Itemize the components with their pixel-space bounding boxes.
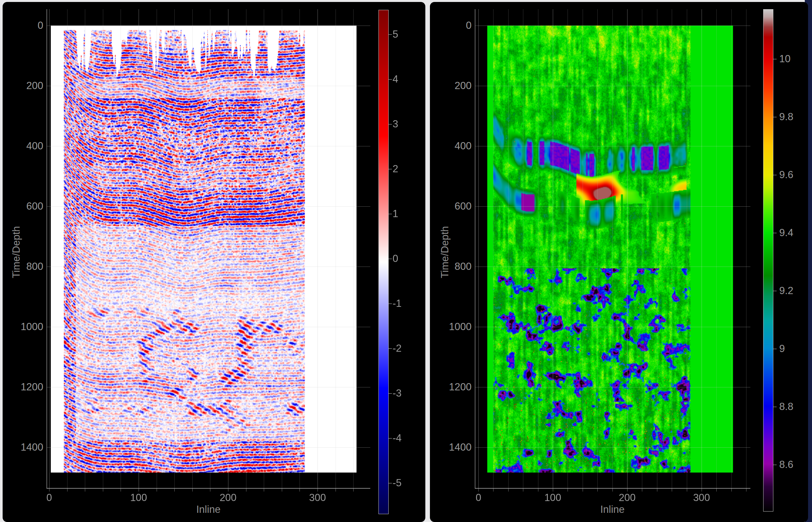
x-tick-label: 0 xyxy=(476,492,481,504)
y-tick-label: 400 xyxy=(26,140,43,152)
seismic-colorbar xyxy=(379,10,393,514)
colorbar-tick-label: 9.4 xyxy=(779,227,793,239)
seismic-amplitude-panel: 0100200300020040060080010001200140054321… xyxy=(3,2,425,522)
x-tick-label: 300 xyxy=(693,492,710,504)
y-tick-label: 200 xyxy=(26,80,43,92)
colorbar-tick-label: 9.8 xyxy=(779,111,793,123)
x-tick-label: 100 xyxy=(130,492,147,504)
x-tick-label: 300 xyxy=(309,492,326,504)
impedance-plot-canvas[interactable] xyxy=(475,9,750,493)
colorbar-tick-label: 4 xyxy=(392,73,398,85)
colorbar-tick-label: 9.2 xyxy=(779,285,793,297)
y-tick-label: 1200 xyxy=(449,381,471,393)
x-tick-label: 0 xyxy=(46,492,52,504)
colorbar-tick-label: -3 xyxy=(392,387,402,399)
x-axis-title: Inline xyxy=(600,504,624,516)
colorbar-tick-label: 0 xyxy=(392,253,398,265)
colorbar-tick-label: -1 xyxy=(392,298,402,309)
y-axis-title: Time/Depth xyxy=(11,226,22,278)
colorbar-tick-label: 1 xyxy=(392,208,398,220)
y-tick-label: 1400 xyxy=(21,441,43,453)
y-axis-title: Time/Depth xyxy=(439,226,451,278)
y-tick-label: 400 xyxy=(455,140,471,152)
y-tick-label: 800 xyxy=(455,261,471,273)
y-tick-label: 0 xyxy=(466,20,471,32)
x-tick-label: 100 xyxy=(544,492,561,504)
y-tick-label: 1200 xyxy=(21,381,43,393)
y-tick-label: 800 xyxy=(26,261,43,273)
colorbar-tick-label: -5 xyxy=(392,477,402,489)
y-tick-label: 0 xyxy=(38,20,43,32)
y-tick-label: 1000 xyxy=(21,321,43,333)
colorbar-tick-label: -2 xyxy=(392,343,402,354)
colorbar-tick-label: 8.6 xyxy=(779,459,793,470)
y-tick-label: 1400 xyxy=(449,441,471,453)
colorbar-tick-label: 5 xyxy=(392,28,398,40)
y-tick-label: 600 xyxy=(455,200,471,212)
x-tick-label: 200 xyxy=(219,492,237,504)
colorbar-tick-label: 8.8 xyxy=(779,401,793,413)
colorbar-tick-label: 9.6 xyxy=(779,169,793,181)
colorbar-tick-label: 10 xyxy=(779,53,790,65)
x-tick-label: 200 xyxy=(619,492,636,504)
impedance-colorbar xyxy=(763,9,778,511)
seismic-plot-canvas[interactable] xyxy=(46,9,370,493)
y-tick-label: 600 xyxy=(26,200,43,212)
colorbar-tick-label: 2 xyxy=(392,163,398,175)
app-window: 0100200300020040060080010001200140054321… xyxy=(0,0,812,522)
y-tick-label: 1000 xyxy=(449,321,471,333)
y-tick-label: 200 xyxy=(455,80,471,92)
colorbar-tick-label: 9 xyxy=(779,343,785,355)
impedance-attribute-panel: 01002003000200400600800100012001400109.8… xyxy=(430,2,808,522)
x-axis-title: Inline xyxy=(196,504,220,516)
colorbar-tick-label: 3 xyxy=(392,118,398,130)
colorbar-tick-label: -4 xyxy=(392,432,402,444)
